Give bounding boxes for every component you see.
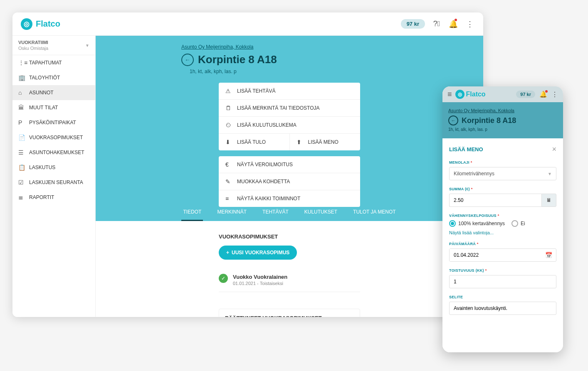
checklist-icon: ☑ bbox=[18, 179, 25, 186]
mobile-bell-icon[interactable]: 🔔 bbox=[539, 91, 547, 98]
label-desc: SELITE bbox=[449, 295, 556, 299]
logo-icon: ◎ bbox=[21, 18, 32, 30]
form-title: LISÄÄ MENO bbox=[449, 146, 483, 152]
action-card-primary: ⚠LISÄÄ TEHTÄVÄ 🗒LISÄÄ MERKINTÄ TAI TIEDO… bbox=[219, 83, 360, 150]
warning-icon: ⚠ bbox=[225, 88, 232, 94]
label-deduct: VÄHENNYSKELPOISUUS * bbox=[449, 214, 556, 218]
notification-dot bbox=[545, 90, 548, 93]
tab-tehtavat[interactable]: TEHTÄVÄT bbox=[261, 204, 290, 221]
tabs: TIEDOT MERKINNÄT TEHTÄVÄT KULUTUKSET TUL… bbox=[96, 204, 483, 221]
desktop-app-window: ◎ Flatco 97 kr ?⃝ 🔔 ⋮ VUOKRATIIMI Osku O… bbox=[12, 12, 483, 317]
action-card-secondary: €NÄYTÄ VEROILMOITUS ✎MUOKKAA KOHDETTA ≡N… bbox=[219, 156, 360, 207]
nav-laskutus[interactable]: 📋LASKUTUS bbox=[12, 160, 95, 175]
nav-raportit[interactable]: ≣RAPORTIT bbox=[12, 190, 95, 205]
action-edit[interactable]: ✎MUOKKAA KOHDETTA bbox=[219, 173, 360, 190]
breadcrumb[interactable]: Asunto Oy Meijerinpiha, Kokkola bbox=[181, 44, 314, 50]
action-add-income[interactable]: ⬇LISÄÄ TULO bbox=[219, 134, 290, 150]
mobile-header: ≡ ◎Flatco 97 kr 🔔 ⋮ bbox=[442, 86, 563, 102]
section-ended-title: PÄÄTTYNEET VUOKRASOPIMUKSET bbox=[225, 315, 354, 317]
help-icon[interactable]: ?⃝ bbox=[432, 20, 442, 28]
date-input[interactable] bbox=[450, 249, 541, 261]
nav-laskujen-seuranta[interactable]: ☑LASKUJEN SEURANTA bbox=[12, 175, 95, 190]
tab-merkinnat[interactable]: MERKINNÄT bbox=[215, 204, 248, 221]
pencil-icon: ✎ bbox=[225, 178, 232, 185]
euro-icon: € bbox=[225, 161, 232, 168]
expense-type-select[interactable]: Kilometrivähennys▼ bbox=[449, 167, 556, 180]
action-add-task[interactable]: ⚠LISÄÄ TEHTÄVÄ bbox=[219, 83, 360, 100]
chevron-down-icon: ▼ bbox=[548, 172, 552, 176]
document-icon: 📄 bbox=[18, 134, 25, 141]
lease-tenant-name: Vuokko Vuokralainen bbox=[233, 274, 287, 280]
radio-full-deduction[interactable]: 100% kertavähennys bbox=[449, 220, 505, 227]
label-date: PÄIVÄMÄÄRÄ * bbox=[449, 242, 556, 246]
calculator-icon[interactable]: 🖩 bbox=[541, 194, 556, 207]
apartment-header: Asunto Oy Meijerinpiha, Kokkola ← Korpin… bbox=[96, 36, 483, 221]
building-icon: 🏢 bbox=[18, 74, 25, 81]
radio-no-deduction[interactable]: Ei bbox=[511, 220, 525, 227]
apartment-subtitle: 1h, kt, alk, kph, las. p bbox=[190, 69, 406, 74]
label-type: MENOLAJI * bbox=[449, 160, 556, 165]
mobile-page-title: Korpintie 8 A18 bbox=[462, 116, 516, 125]
label-sum: SUMMA (€) * bbox=[449, 187, 556, 191]
plus-icon: + bbox=[226, 250, 229, 256]
team-selector[interactable]: VUOKRATIIMI Osku Omistaja ▼ bbox=[12, 36, 95, 55]
expense-form: LISÄÄ MENO × MENOLAJI * Kilometrivähenny… bbox=[442, 138, 563, 329]
logo-text: Flatco bbox=[36, 19, 60, 29]
mobile-app-window: ≡ ◎Flatco 97 kr 🔔 ⋮ Asunto Oy Meijerinpi… bbox=[442, 86, 563, 329]
ended-leases-section: PÄÄTTYNEET VUOKRASOPIMUKSET bbox=[219, 309, 360, 317]
nav-tapahtumat[interactable]: ⋮≡TAPAHTUMAT bbox=[12, 55, 95, 70]
section-leases-title: VUOKRASOPIMUKSET bbox=[219, 233, 360, 240]
mobile-back-button[interactable]: ← bbox=[448, 115, 458, 125]
lease-item[interactable]: ✓ Vuokko Vuokralainen 01.01.2021 - Toist… bbox=[219, 268, 360, 292]
chevron-down-icon: ▼ bbox=[85, 43, 89, 48]
meter-icon: ⏲ bbox=[225, 122, 232, 128]
mobile-logo[interactable]: ◎Flatco bbox=[455, 90, 486, 99]
show-more-options[interactable]: Näytä lisää valintoja... bbox=[449, 230, 556, 235]
team-title: VUOKRATIIMI bbox=[18, 40, 48, 45]
action-add-expense[interactable]: ⬆LISÄÄ MENO bbox=[290, 134, 361, 150]
action-tax[interactable]: €NÄYTÄ VEROILMOITUS bbox=[219, 156, 360, 173]
check-icon: ✓ bbox=[219, 274, 228, 283]
new-lease-button[interactable]: +UUSI VUOKRASOPIMUS bbox=[219, 246, 297, 260]
hamburger-icon[interactable]: ≡ bbox=[447, 90, 452, 99]
sum-input[interactable] bbox=[449, 194, 541, 207]
topbar: ◎ Flatco 97 kr ?⃝ 🔔 ⋮ bbox=[12, 12, 483, 36]
tab-content: VUOKRASOPIMUKSET +UUSI VUOKRASOPIMUS ✓ V… bbox=[96, 221, 483, 317]
mobile-currency-badge[interactable]: 97 kr bbox=[516, 91, 535, 98]
more-icon[interactable]: ⋮ bbox=[465, 20, 475, 29]
mobile-more-icon[interactable]: ⋮ bbox=[551, 91, 558, 98]
nav-vuokrasopimukset[interactable]: 📄VUOKRASOPIMUKSET bbox=[12, 130, 95, 145]
notification-dot bbox=[455, 19, 457, 21]
nav-asuntohakemukset[interactable]: ☰ASUNTOHAKEMUKSET bbox=[12, 145, 95, 160]
sidebar: VUOKRATIIMI Osku Omistaja ▼ ⋮≡TAPAHTUMAT… bbox=[12, 36, 96, 317]
repeat-input[interactable] bbox=[449, 275, 556, 288]
bell-icon[interactable]: 🔔 bbox=[448, 20, 458, 29]
page-title: Korpintie 8 A18 bbox=[198, 53, 277, 66]
tab-kulutukset[interactable]: KULUTUKSET bbox=[303, 204, 339, 221]
note-icon: 🗒 bbox=[225, 105, 232, 111]
nav-asunnot[interactable]: ⌂ASUNNOT bbox=[12, 85, 95, 100]
expense-icon: ⬆ bbox=[296, 139, 303, 145]
action-add-note[interactable]: 🗒LISÄÄ MERKINTÄ TAI TIEDOSTOJA bbox=[219, 100, 360, 117]
main-content: Asunto Oy Meijerinpiha, Kokkola ← Korpin… bbox=[96, 36, 483, 317]
mobile-breadcrumb[interactable]: Asunto Oy Meijerinpiha, Kokkola bbox=[448, 108, 557, 113]
action-add-reading[interactable]: ⏲LISÄÄ KULUTUSLUKEMA bbox=[219, 117, 360, 134]
close-icon[interactable]: × bbox=[552, 145, 556, 154]
currency-badge[interactable]: 97 kr bbox=[401, 19, 425, 29]
nav-muut-tilat[interactable]: 🏛MUUT TILAT bbox=[12, 100, 95, 115]
tab-tiedot[interactable]: TIEDOT bbox=[181, 204, 203, 221]
logo-icon: ◎ bbox=[455, 90, 464, 99]
form-icon: ☰ bbox=[18, 149, 25, 156]
mobile-subtitle: 1h, kt, alk, kph, las. p bbox=[448, 127, 557, 132]
menu-icon: ≡ bbox=[225, 195, 232, 202]
nav-pysakointi[interactable]: PPYSÄKÖINTIPAIKAT bbox=[12, 115, 95, 130]
back-button[interactable]: ← bbox=[181, 54, 194, 66]
topbar-actions: 97 kr ?⃝ 🔔 ⋮ bbox=[401, 19, 475, 29]
nav-taloyhtiot[interactable]: 🏢TALOYHTIÖT bbox=[12, 70, 95, 85]
mobile-apartment-header: Asunto Oy Meijerinpiha, Kokkola ← Korpin… bbox=[442, 102, 563, 138]
calendar-icon[interactable]: 📅 bbox=[541, 249, 556, 261]
tab-tulot-menot[interactable]: TULOT JA MENOT bbox=[351, 204, 397, 221]
team-owner: Osku Omistaja bbox=[18, 46, 48, 51]
description-input[interactable] bbox=[449, 302, 556, 315]
logo[interactable]: ◎ Flatco bbox=[21, 18, 60, 30]
